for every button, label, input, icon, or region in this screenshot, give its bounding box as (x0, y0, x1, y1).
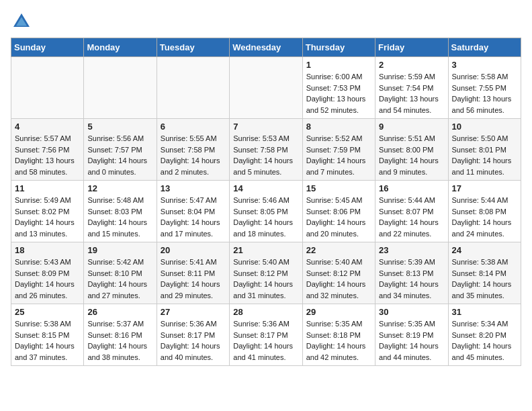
day-cell: 14Sunrise: 5:46 AM Sunset: 8:05 PM Dayli… (230, 181, 302, 242)
day-number: 18 (15, 245, 80, 255)
day-cell: 30Sunrise: 5:35 AM Sunset: 8:19 PM Dayli… (375, 304, 448, 366)
day-cell: 22Sunrise: 5:40 AM Sunset: 8:12 PM Dayli… (302, 242, 375, 304)
day-info: Sunrise: 5:40 AM Sunset: 8:12 PM Dayligh… (306, 257, 371, 301)
day-number: 15 (306, 183, 371, 193)
day-cell: 26Sunrise: 5:37 AM Sunset: 8:16 PM Dayli… (84, 304, 157, 366)
day-cell: 9Sunrise: 5:51 AM Sunset: 8:00 PM Daylig… (375, 119, 448, 181)
day-number: 31 (452, 307, 517, 317)
col-header-sunday: Sunday (11, 38, 84, 57)
day-cell: 1Sunrise: 6:00 AM Sunset: 7:53 PM Daylig… (302, 57, 375, 119)
day-cell: 23Sunrise: 5:39 AM Sunset: 8:13 PM Dayli… (375, 242, 448, 304)
day-cell: 10Sunrise: 5:50 AM Sunset: 8:01 PM Dayli… (448, 119, 521, 181)
day-cell: 2Sunrise: 5:59 AM Sunset: 7:54 PM Daylig… (375, 57, 448, 119)
day-number: 24 (452, 245, 517, 255)
day-cell: 20Sunrise: 5:41 AM Sunset: 8:11 PM Dayli… (157, 242, 229, 304)
day-info: Sunrise: 5:36 AM Sunset: 8:17 PM Dayligh… (233, 318, 298, 363)
day-number: 29 (306, 307, 371, 317)
day-number: 9 (379, 122, 444, 132)
day-cell: 4Sunrise: 5:57 AM Sunset: 7:56 PM Daylig… (11, 119, 84, 181)
day-info: Sunrise: 5:56 AM Sunset: 7:57 PM Dayligh… (87, 133, 152, 177)
day-info: Sunrise: 5:38 AM Sunset: 8:15 PM Dayligh… (15, 318, 80, 363)
day-info: Sunrise: 5:43 AM Sunset: 8:09 PM Dayligh… (15, 257, 80, 301)
day-cell: 24Sunrise: 5:38 AM Sunset: 8:14 PM Dayli… (448, 242, 521, 304)
day-cell: 18Sunrise: 5:43 AM Sunset: 8:09 PM Dayli… (11, 242, 84, 304)
day-cell: 7Sunrise: 5:53 AM Sunset: 7:58 PM Daylig… (230, 119, 302, 181)
day-info: Sunrise: 5:36 AM Sunset: 8:17 PM Dayligh… (161, 318, 226, 363)
day-number: 20 (161, 245, 226, 255)
day-number: 26 (87, 307, 152, 317)
day-info: Sunrise: 5:57 AM Sunset: 7:56 PM Dayligh… (15, 133, 80, 177)
day-cell: 17Sunrise: 5:44 AM Sunset: 8:08 PM Dayli… (448, 181, 521, 242)
day-info: Sunrise: 5:37 AM Sunset: 8:16 PM Dayligh… (87, 318, 152, 363)
day-number: 16 (379, 183, 444, 193)
day-cell (11, 57, 84, 119)
day-number: 11 (15, 183, 80, 193)
logo-icon (11, 11, 32, 32)
week-row: 18Sunrise: 5:43 AM Sunset: 8:09 PM Dayli… (11, 242, 521, 304)
col-header-saturday: Saturday (448, 38, 521, 57)
day-cell: 29Sunrise: 5:35 AM Sunset: 8:18 PM Dayli… (302, 304, 375, 366)
calendar-table: SundayMondayTuesdayWednesdayThursdayFrid… (11, 38, 521, 366)
day-number: 25 (15, 307, 80, 317)
col-header-wednesday: Wednesday (230, 38, 302, 57)
day-number: 30 (379, 307, 444, 317)
week-row: 1Sunrise: 6:00 AM Sunset: 7:53 PM Daylig… (11, 57, 521, 119)
day-cell: 12Sunrise: 5:48 AM Sunset: 8:03 PM Dayli… (84, 181, 157, 242)
day-cell: 31Sunrise: 5:34 AM Sunset: 8:20 PM Dayli… (448, 304, 521, 366)
day-info: Sunrise: 5:34 AM Sunset: 8:20 PM Dayligh… (452, 318, 517, 363)
day-number: 19 (87, 245, 152, 255)
day-cell: 15Sunrise: 5:45 AM Sunset: 8:06 PM Dayli… (302, 181, 375, 242)
day-info: Sunrise: 5:44 AM Sunset: 8:08 PM Dayligh… (452, 195, 517, 239)
day-number: 5 (87, 122, 152, 132)
day-cell: 3Sunrise: 5:58 AM Sunset: 7:55 PM Daylig… (448, 57, 521, 119)
day-info: Sunrise: 5:44 AM Sunset: 8:07 PM Dayligh… (379, 195, 444, 239)
week-row: 4Sunrise: 5:57 AM Sunset: 7:56 PM Daylig… (11, 119, 521, 181)
day-info: Sunrise: 5:48 AM Sunset: 8:03 PM Dayligh… (87, 195, 152, 239)
day-info: Sunrise: 5:50 AM Sunset: 8:01 PM Dayligh… (452, 133, 517, 177)
week-row: 11Sunrise: 5:49 AM Sunset: 8:02 PM Dayli… (11, 181, 521, 242)
week-row: 25Sunrise: 5:38 AM Sunset: 8:15 PM Dayli… (11, 304, 521, 366)
day-info: Sunrise: 5:38 AM Sunset: 8:14 PM Dayligh… (452, 257, 517, 301)
day-cell (230, 57, 302, 119)
day-cell: 28Sunrise: 5:36 AM Sunset: 8:17 PM Dayli… (230, 304, 302, 366)
day-number: 28 (233, 307, 298, 317)
day-info: Sunrise: 5:59 AM Sunset: 7:54 PM Dayligh… (379, 71, 444, 116)
day-info: Sunrise: 5:58 AM Sunset: 7:55 PM Dayligh… (452, 71, 517, 116)
col-header-thursday: Thursday (302, 38, 375, 57)
day-info: Sunrise: 5:35 AM Sunset: 8:18 PM Dayligh… (306, 318, 371, 363)
day-number: 23 (379, 245, 444, 255)
day-number: 14 (233, 183, 298, 193)
day-info: Sunrise: 5:51 AM Sunset: 8:00 PM Dayligh… (379, 133, 444, 177)
day-cell: 21Sunrise: 5:40 AM Sunset: 8:12 PM Dayli… (230, 242, 302, 304)
day-cell (157, 57, 229, 119)
day-cell (84, 57, 157, 119)
day-number: 10 (452, 122, 517, 132)
day-info: Sunrise: 5:35 AM Sunset: 8:19 PM Dayligh… (379, 318, 444, 363)
day-number: 2 (379, 60, 444, 70)
day-number: 4 (15, 122, 80, 132)
day-cell: 11Sunrise: 5:49 AM Sunset: 8:02 PM Dayli… (11, 181, 84, 242)
day-number: 1 (306, 60, 371, 70)
day-info: Sunrise: 5:41 AM Sunset: 8:11 PM Dayligh… (161, 257, 226, 301)
day-number: 3 (452, 60, 517, 70)
day-info: Sunrise: 5:42 AM Sunset: 8:10 PM Dayligh… (87, 257, 152, 301)
day-info: Sunrise: 5:39 AM Sunset: 8:13 PM Dayligh… (379, 257, 444, 301)
day-number: 17 (452, 183, 517, 193)
day-number: 12 (87, 183, 152, 193)
day-cell: 13Sunrise: 5:47 AM Sunset: 8:04 PM Dayli… (157, 181, 229, 242)
col-header-friday: Friday (375, 38, 448, 57)
day-cell: 5Sunrise: 5:56 AM Sunset: 7:57 PM Daylig… (84, 119, 157, 181)
day-number: 6 (161, 122, 226, 132)
day-cell: 19Sunrise: 5:42 AM Sunset: 8:10 PM Dayli… (84, 242, 157, 304)
day-cell: 6Sunrise: 5:55 AM Sunset: 7:58 PM Daylig… (157, 119, 229, 181)
day-cell: 16Sunrise: 5:44 AM Sunset: 8:07 PM Dayli… (375, 181, 448, 242)
day-number: 7 (233, 122, 298, 132)
col-header-monday: Monday (84, 38, 157, 57)
day-number: 27 (161, 307, 226, 317)
day-cell: 27Sunrise: 5:36 AM Sunset: 8:17 PM Dayli… (157, 304, 229, 366)
page-header (11, 11, 521, 32)
day-info: Sunrise: 6:00 AM Sunset: 7:53 PM Dayligh… (306, 71, 371, 116)
day-info: Sunrise: 5:55 AM Sunset: 7:58 PM Dayligh… (161, 133, 226, 177)
logo (11, 11, 35, 32)
day-number: 21 (233, 245, 298, 255)
